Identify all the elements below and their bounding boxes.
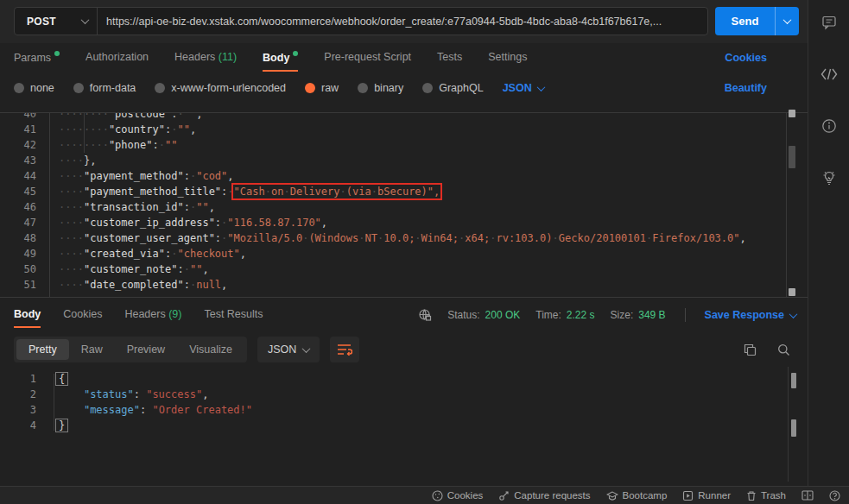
code-line: 41········"country":·"", xyxy=(0,122,808,137)
divider xyxy=(685,308,686,322)
code-token: "Order Created!" xyxy=(152,404,252,416)
radio-icon xyxy=(358,83,368,93)
scrollbar-track xyxy=(786,113,787,297)
response-tab-headers[interactable]: Headers (9) xyxy=(124,300,181,330)
code-token: { xyxy=(55,372,68,386)
scrollbar-thumb[interactable] xyxy=(791,419,796,437)
tab-settings[interactable]: Settings xyxy=(488,43,527,72)
bootcamp-icon xyxy=(606,490,618,501)
response-tab-body[interactable]: Body xyxy=(14,300,41,330)
line-number: 42 xyxy=(0,137,36,153)
code-token: , xyxy=(196,112,202,120)
statusbar-cookies[interactable]: Cookies xyxy=(432,490,484,501)
method-label: POST xyxy=(27,16,56,28)
tab-authorization[interactable]: Authorization xyxy=(86,43,149,72)
code-token: "" xyxy=(177,123,189,135)
indent-guide xyxy=(84,113,85,153)
code-token: "date_completed" xyxy=(84,279,184,291)
code-icon[interactable] xyxy=(808,59,849,90)
radio-icon xyxy=(305,83,315,93)
json-format-dropdown[interactable]: JSON xyxy=(503,82,544,94)
code-token xyxy=(59,388,84,400)
info-icon[interactable] xyxy=(808,110,849,142)
tab-params[interactable]: Params xyxy=(14,43,60,73)
code-token: · xyxy=(159,139,165,151)
time-badge: Time:2.22 s xyxy=(535,309,594,321)
code-token: "" xyxy=(196,201,208,213)
save-response-button[interactable]: Save Response xyxy=(705,309,796,321)
statusbar-bootcamp[interactable]: Bootcamp xyxy=(606,490,668,501)
search-button[interactable] xyxy=(777,343,790,356)
code-token: , xyxy=(209,201,215,213)
view-mode-raw[interactable]: Raw xyxy=(69,339,115,360)
code-token: ···· xyxy=(59,170,84,182)
scrollbar-thumb[interactable] xyxy=(791,373,796,388)
method-selector[interactable]: POST xyxy=(15,8,98,35)
chevron-down-icon xyxy=(536,83,545,91)
statusbar-trash[interactable]: Trash xyxy=(746,490,786,501)
scrollbar-thumb[interactable] xyxy=(789,146,795,168)
wrap-line-button[interactable] xyxy=(330,337,359,362)
code-token: , xyxy=(190,123,196,135)
scrollbar-track xyxy=(788,367,789,482)
status-badge: Status:200 OK xyxy=(447,309,520,321)
body-dot xyxy=(293,51,298,56)
tab-pre-request-script[interactable]: Pre-request Script xyxy=(324,43,411,72)
comment-icon[interactable] xyxy=(808,7,849,38)
chevron-down-icon xyxy=(302,344,311,353)
line-number: 47 xyxy=(0,215,36,230)
radio-x-www-form-urlencoded[interactable]: x-www-form-urlencoded xyxy=(155,82,286,94)
radio-raw[interactable]: raw xyxy=(305,82,339,94)
trash-icon xyxy=(746,490,757,501)
tab-body[interactable]: Body xyxy=(263,43,298,73)
statusbar-capture-requests[interactable]: Capture requests xyxy=(498,490,590,501)
code-line: 2 "status": "success", xyxy=(0,387,808,402)
beautify-link[interactable]: Beautify xyxy=(725,82,767,94)
cookies-link[interactable]: Cookies xyxy=(725,52,767,64)
code-token: : xyxy=(177,263,183,275)
response-tab-cookies[interactable]: Cookies xyxy=(63,300,102,330)
code-token: "created_via" xyxy=(84,248,165,260)
code-token: "cod" xyxy=(196,170,227,182)
help-button[interactable] xyxy=(829,490,840,501)
code-token: null xyxy=(196,279,221,291)
view-mode-preview[interactable]: Preview xyxy=(115,339,177,360)
code-token: , xyxy=(221,279,227,291)
line-number: 3 xyxy=(0,402,36,418)
size-badge: Size:349 B xyxy=(611,309,666,321)
right-sidebar xyxy=(808,0,849,486)
line-number: 45 xyxy=(0,184,36,199)
radio-form-data[interactable]: form-data xyxy=(73,82,136,94)
code-line: 49····"created_via":·"checkout", xyxy=(0,246,808,261)
radio-icon xyxy=(155,83,165,93)
tab-headers[interactable]: Headers (11) xyxy=(174,43,237,72)
send-button[interactable]: Send xyxy=(715,7,799,35)
code-token: "message" xyxy=(84,404,140,416)
view-mode-visualize[interactable]: Visualize xyxy=(177,339,244,360)
code-token: "status" xyxy=(84,388,134,400)
code-token: · xyxy=(184,263,190,275)
chevron-down-icon xyxy=(783,16,792,24)
tab-tests[interactable]: Tests xyxy=(437,43,462,72)
radio-binary[interactable]: binary xyxy=(358,82,403,94)
code-token: : xyxy=(215,217,221,229)
response-body-viewer[interactable]: 1{2 "status": "success",3 "message": "Or… xyxy=(0,367,808,482)
response-format-dropdown[interactable]: JSON xyxy=(257,337,320,362)
code-token: , xyxy=(321,217,327,229)
copy-icon xyxy=(744,343,757,356)
code-token: ···· xyxy=(59,263,84,275)
request-body-editor[interactable]: 40········"postcode":·"",41········"coun… xyxy=(0,112,808,298)
lightbulb-icon[interactable] xyxy=(808,162,849,193)
split-pane-button[interactable] xyxy=(801,490,814,501)
url-input[interactable]: https://api-oe-biz-dev.xstak.com/woocomm… xyxy=(98,8,707,35)
view-mode-pretty[interactable]: Pretty xyxy=(16,339,69,360)
radio-icon xyxy=(422,83,433,93)
radio-none[interactable]: none xyxy=(14,82,54,94)
copy-button[interactable] xyxy=(744,343,757,356)
send-options-button[interactable] xyxy=(775,7,799,35)
code-line: 47····"customer_ip_address":·"116.58.87.… xyxy=(0,215,808,230)
statusbar-runner[interactable]: Runner xyxy=(682,490,731,501)
response-tabs-row: Body Cookies Headers (9) Test Results St… xyxy=(0,299,808,331)
radio-graphql[interactable]: GraphQL xyxy=(422,82,483,94)
response-tab-test-results[interactable]: Test Results xyxy=(204,300,263,330)
